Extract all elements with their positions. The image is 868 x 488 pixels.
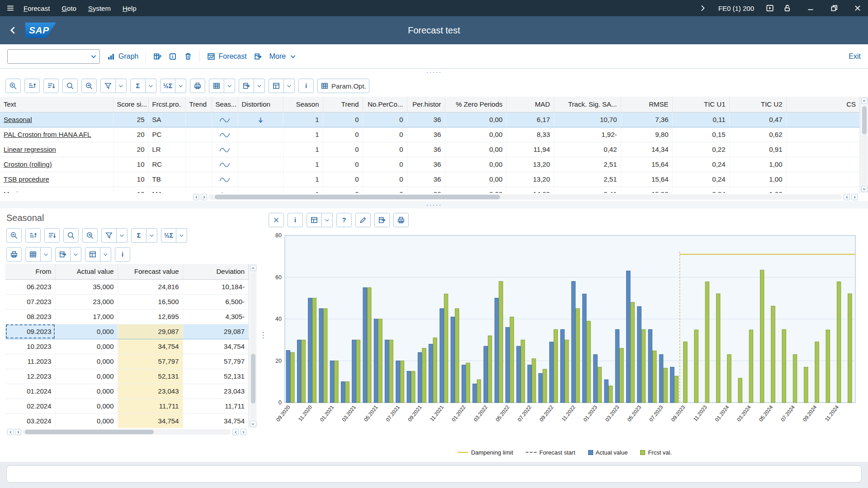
menu-item-help[interactable]: Help: [123, 5, 137, 12]
table-row[interactable]: 12.20230,00052,13152,131: [5, 369, 249, 384]
column-header[interactable]: Score si...: [113, 97, 148, 112]
chart-layout-button-dropdown[interactable]: [322, 213, 333, 227]
forecast-value-cell[interactable]: 52,131: [118, 369, 183, 384]
table-row[interactable]: 11.20230,00057,79757,797: [5, 354, 249, 369]
forecast-value-cell[interactable]: 12,695: [118, 309, 183, 324]
menu-item-goto[interactable]: Goto: [61, 5, 76, 12]
deviation-cell[interactable]: 57,797: [183, 354, 249, 369]
layout-button[interactable]: [269, 79, 284, 93]
forecast-value-cell[interactable]: 24,816: [118, 279, 183, 294]
find-next-button[interactable]: [82, 228, 98, 243]
expand-chevron-icon[interactable]: [698, 4, 707, 12]
column-header[interactable]: Deviation: [183, 264, 249, 279]
chart-export-button[interactable]: [374, 213, 390, 227]
deviation-cell[interactable]: 4,305-: [183, 309, 249, 324]
find-button[interactable]: [62, 79, 78, 93]
scroll-right-button[interactable]: [851, 194, 858, 200]
restore-button[interactable]: [830, 4, 838, 12]
scroll-down-button[interactable]: [861, 186, 868, 192]
actual-value-cell[interactable]: 23,000: [55, 294, 118, 309]
procedure-link[interactable]: PAL Croston from HANA AFL: [4, 131, 91, 138]
command-input[interactable]: [8, 50, 88, 63]
deviation-cell[interactable]: 34,754: [183, 339, 249, 354]
back-button[interactable]: [8, 25, 18, 35]
column-header[interactable]: Seas...: [212, 97, 238, 112]
scroll-left-button[interactable]: [844, 194, 850, 200]
table-row[interactable]: PAL Croston from HANA AFL20PC100360,008,…: [0, 127, 860, 142]
views-button-dropdown[interactable]: [41, 247, 52, 262]
horizontal-splitter[interactable]: ·····: [0, 201, 868, 208]
table-row[interactable]: TSB procedure10TB100360,0013,202,5115,64…: [0, 172, 860, 187]
subtotal-button-dropdown[interactable]: [176, 228, 187, 243]
views-button-dropdown[interactable]: [224, 79, 235, 93]
filter-button-dropdown[interactable]: [116, 79, 127, 93]
from-cell[interactable]: 03.2024: [5, 413, 55, 428]
actual-value-cell[interactable]: 0,000: [55, 324, 118, 339]
find-button[interactable]: [63, 228, 79, 243]
chart-help-button[interactable]: ?: [336, 213, 352, 227]
column-header[interactable]: RMSE: [621, 97, 672, 112]
actual-value-cell[interactable]: 0,000: [55, 399, 118, 413]
deviation-cell[interactable]: 34,754: [183, 413, 249, 428]
procedure-link[interactable]: Linear regression: [4, 145, 56, 153]
scroll-right-button[interactable]: [240, 429, 246, 435]
chart-edit-button[interactable]: [355, 213, 371, 227]
total-button-dropdown[interactable]: [146, 79, 156, 93]
zoom-in-button[interactable]: [6, 228, 22, 243]
graph-button[interactable]: Graph: [107, 52, 138, 61]
procedure-link[interactable]: Croston (rolling): [4, 160, 52, 168]
layout-button-dropdown[interactable]: [284, 79, 295, 93]
vertical-scrollbar[interactable]: [860, 97, 868, 193]
table-row[interactable]: 06.202335,00024,81610,184-: [5, 279, 249, 294]
export-button-dropdown[interactable]: [71, 247, 81, 262]
command-field[interactable]: [7, 49, 100, 64]
sort-descending-button[interactable]: [44, 228, 60, 243]
menu-item-system[interactable]: System: [88, 5, 111, 12]
actual-value-cell[interactable]: 17,000: [55, 309, 118, 324]
vertical-scroll-track[interactable]: [862, 105, 867, 184]
find-next-button[interactable]: [81, 79, 97, 93]
column-header[interactable]: Track. Sig. SA...: [554, 97, 621, 112]
column-header[interactable]: Text: [0, 97, 113, 112]
procedure-link[interactable]: TSB procedure: [4, 175, 49, 183]
total-button[interactable]: Σ: [130, 79, 146, 93]
column-header[interactable]: Actual value: [55, 264, 118, 279]
column-header[interactable]: Season: [283, 97, 323, 112]
filter-button[interactable]: [100, 79, 116, 93]
print-button[interactable]: [190, 79, 205, 93]
print-button[interactable]: [6, 247, 22, 262]
total-button[interactable]: Σ: [131, 228, 146, 243]
table-row[interactable]: Seasonal25SA100360,006,1710,707,360,110,…: [0, 112, 860, 127]
info-button[interactable]: i: [298, 79, 314, 93]
forecast-value-cell[interactable]: 29,087: [118, 324, 183, 339]
chart-print-button[interactable]: [393, 213, 409, 227]
column-header[interactable]: % Zero Periods: [445, 97, 506, 112]
forecast-value-cell[interactable]: 34,754: [118, 413, 183, 428]
column-header[interactable]: Trend: [323, 97, 363, 112]
from-cell[interactable]: 06.2023: [5, 279, 55, 294]
column-header[interactable]: From: [5, 264, 55, 279]
scroll-left-button[interactable]: [232, 429, 239, 435]
vertical-scrollbar[interactable]: [249, 264, 257, 428]
column-header[interactable]: Trend: [185, 97, 212, 112]
exit-button[interactable]: Exit: [849, 52, 861, 61]
table-row[interactable]: 02.20240,00011,71111,711: [5, 399, 249, 413]
actual-value-cell[interactable]: 0,000: [55, 384, 118, 399]
scroll-left-button[interactable]: [193, 194, 199, 200]
hamburger-menu-icon[interactable]: [6, 4, 14, 12]
procedure-link[interactable]: Moving average: [4, 190, 52, 193]
column-header[interactable]: Distortion: [238, 97, 283, 112]
table-row[interactable]: Linear regression20LR100360,0011,940,421…: [0, 142, 860, 157]
table-row[interactable]: 01.20240,00023,04323,043: [5, 384, 249, 399]
param-opt-button[interactable]: Param.Opt.: [317, 79, 369, 93]
forecast-value-cell[interactable]: 11,711: [118, 399, 183, 413]
deviation-cell[interactable]: 29,087: [183, 324, 249, 339]
delete-button[interactable]: [184, 52, 192, 61]
info-button[interactable]: [169, 52, 177, 61]
chevron-down-icon[interactable]: [88, 50, 99, 63]
column-header[interactable]: TIC U1: [672, 97, 729, 112]
from-cell[interactable]: 02.2024: [5, 399, 55, 413]
views-button[interactable]: [209, 79, 224, 93]
procedure-link[interactable]: Seasonal: [4, 116, 32, 123]
unlock-icon[interactable]: [783, 4, 791, 12]
